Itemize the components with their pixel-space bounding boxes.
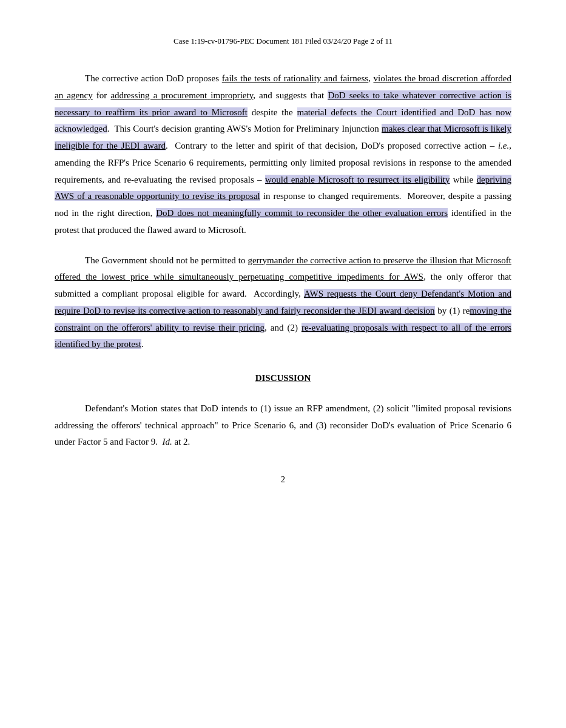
discussion-header: DISCUSSION	[55, 370, 511, 387]
span-addressing: addressing a procurement impropriety	[110, 90, 253, 100]
span-gerrymander: gerrymander the corrective action to pre…	[55, 255, 511, 282]
span-makes-clear: makes clear that Microsoft is likely ine…	[55, 124, 511, 150]
span-would-enable: would enable Microsoft to resurrect its …	[265, 175, 450, 184]
span-fails: fails the tests of rationality and fairn…	[222, 73, 368, 83]
body-content: The corrective action DoD proposes fails…	[55, 70, 511, 451]
span-dod-does-not: DoD does not meaningfully commit to reco…	[156, 208, 448, 218]
case-header: Case 1:19-cv-01796-PEC Document 181 File…	[55, 36, 511, 46]
page: Case 1:19-cv-01796-PEC Document 181 File…	[0, 0, 566, 728]
case-header-text: Case 1:19-cv-01796-PEC Document 181 File…	[174, 36, 392, 46]
paragraph-1: The corrective action DoD proposes fails…	[55, 70, 511, 239]
paragraph-2: The Government should not be permitted t…	[55, 252, 511, 354]
span-aws-requests: AWS requests the Court deny Defendant's …	[55, 289, 511, 315]
paragraph-3: Defendant's Motion states that DoD inten…	[55, 400, 511, 451]
page-number: 2	[55, 475, 511, 485]
